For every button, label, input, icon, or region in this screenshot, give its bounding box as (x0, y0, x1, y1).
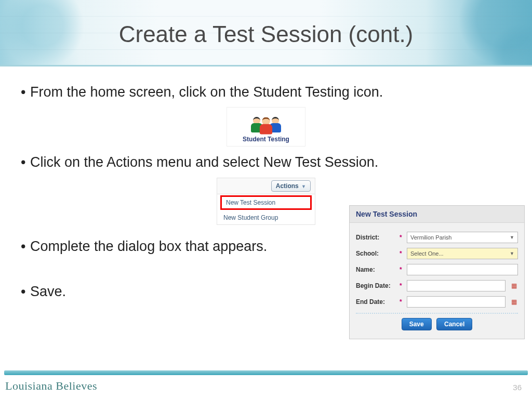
required-mark: * (400, 266, 405, 273)
label-district: District: (356, 234, 397, 241)
school-select[interactable]: Select One... ▼ (407, 248, 518, 259)
footer-brand: Louisiana Believes (5, 379, 97, 393)
separator (356, 313, 518, 314)
actions-button-label: Actions (276, 182, 299, 190)
district-value: Vermilion Parish (410, 234, 451, 241)
chevron-down-icon: ▼ (510, 235, 514, 240)
required-mark: * (400, 234, 405, 241)
page-number: 36 (513, 383, 522, 392)
calendar-icon[interactable]: ▦ (510, 282, 518, 289)
label-end-date: End Date: (356, 298, 397, 305)
district-select[interactable]: Vermilion Parish ▼ (407, 232, 518, 243)
bullet-2: Click on the Actions menu and select New… (21, 154, 516, 170)
school-placeholder: Select One... (410, 250, 444, 257)
label-name: Name: (356, 266, 397, 273)
actions-button[interactable]: Actions ▼ (271, 180, 311, 192)
caret-down-icon: ▼ (301, 184, 306, 189)
begin-date-input[interactable] (407, 280, 506, 291)
footer-bar (4, 370, 528, 375)
required-mark: * (400, 298, 405, 305)
calendar-icon[interactable]: ▦ (510, 298, 518, 305)
actions-menu: Actions ▼ New Test Session New Student G… (217, 178, 315, 225)
bullet-1: From the home screen, click on the Stude… (21, 84, 516, 100)
menu-item-new-test-session[interactable]: New Test Session (220, 195, 312, 210)
menu-item-new-student-group[interactable]: New Student Group (217, 211, 315, 224)
save-button[interactable]: Save (402, 318, 432, 330)
people-icon (229, 110, 303, 132)
cancel-button[interactable]: Cancel (436, 318, 472, 330)
end-date-input[interactable] (407, 296, 506, 308)
student-testing-tile[interactable]: Student Testing (227, 108, 305, 146)
required-mark: * (400, 250, 405, 257)
label-school: School: (356, 250, 397, 257)
slide-header: Create a Test Session (cont.) (0, 0, 532, 66)
required-mark: * (400, 282, 405, 289)
chevron-down-icon: ▼ (510, 251, 514, 256)
dialog-title: New Test Session (350, 206, 524, 223)
name-input[interactable] (407, 264, 518, 275)
student-testing-label: Student Testing (229, 136, 303, 143)
slide-title: Create a Test Session (cont.) (119, 21, 414, 47)
new-test-session-dialog: New Test Session District: * Vermilion P… (349, 205, 525, 339)
label-begin-date: Begin Date: (356, 282, 397, 289)
